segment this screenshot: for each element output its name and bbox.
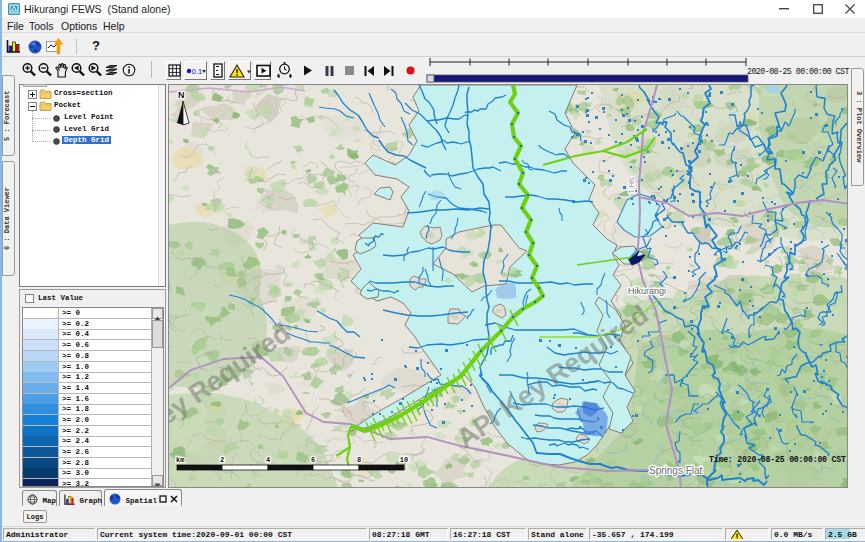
svg-text:Hikurangi: Hikurangi (628, 286, 666, 296)
svg-text:Time: 2020-08-25 00:00:00 CST: Time: 2020-08-25 00:00:00 CST (709, 455, 846, 464)
svg-text:2: 2 (220, 456, 224, 464)
svg-text:SH 1: SH 1 (627, 177, 636, 194)
svg-text:8: 8 (357, 456, 361, 464)
svg-text:10: 10 (400, 456, 408, 464)
svg-text:km: km (176, 456, 184, 464)
svg-text:0.1: 0.1 (192, 67, 202, 76)
svg-text:Springs Flat: Springs Flat (649, 465, 703, 476)
svg-text:6: 6 (311, 456, 315, 464)
svg-text:N: N (178, 90, 185, 100)
svg-text:4: 4 (266, 456, 270, 464)
